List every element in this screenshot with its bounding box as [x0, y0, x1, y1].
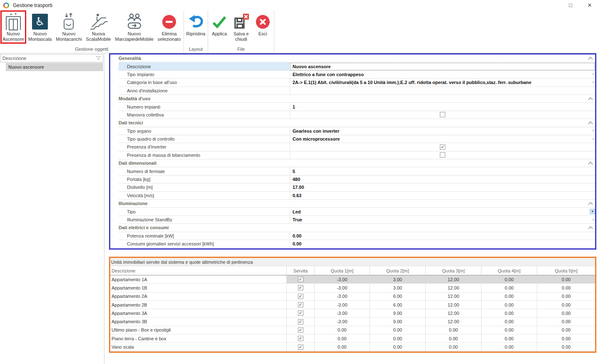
units-cell-quota[interactable]: 12.00 [426, 317, 481, 326]
property-row[interactable]: DescrizioneNuovo ascensore [110, 62, 595, 70]
units-cell-quota[interactable]: 0.00 [315, 343, 370, 351]
collapse-chevron-icon[interactable] [588, 161, 593, 165]
units-cell-quota[interactable]: 3.00 [370, 284, 426, 292]
units-column-header[interactable]: Quota 5[m] [537, 266, 595, 275]
units-cell-descrizione[interactable]: Appartamento 2A [110, 292, 287, 301]
units-cell-quota[interactable]: -3.00 [315, 284, 370, 292]
dropdown-arrow-icon[interactable]: ▾ [590, 209, 595, 214]
collapse-chevron-icon[interactable] [588, 97, 593, 100]
units-cell-quota[interactable]: 0.00 [481, 309, 537, 317]
toolbar-button-escalator[interactable]: Nuova ScalaMobile [84, 11, 113, 42]
units-cell-quota[interactable]: -3.00 [315, 292, 370, 301]
property-value[interactable]: 2A-> E.1(1) Abit. civili/rurali(da 5 a 1… [290, 79, 595, 87]
property-value[interactable]: 17.00 [290, 183, 595, 191]
dropdown-arrow-icon[interactable]: ▾ [592, 72, 594, 76]
property-value[interactable]: 5 [290, 167, 595, 175]
units-cell-quota[interactable]: -3.00 [315, 275, 370, 284]
collapse-chevron-icon[interactable] [588, 202, 593, 205]
property-row[interactable]: Numero di fermate5 [110, 167, 595, 175]
units-cell-servita[interactable]: ✓ [287, 275, 315, 284]
units-cell-descrizione[interactable]: Ultimo piano - Box e ripostigli [110, 326, 287, 334]
toolbar-button-stairlift[interactable]: ♿Nuovo Montascala [26, 11, 54, 42]
units-cell-servita[interactable]: ✓ [287, 284, 315, 292]
units-column-header[interactable]: Quota 3[m] [426, 266, 481, 275]
units-cell-quota[interactable]: -3.00 [315, 309, 370, 317]
toolbar-button-elevator[interactable]: Nuovo Ascensore [0, 11, 26, 42]
property-row[interactable]: TipoLed▾ [110, 208, 595, 215]
units-column-header[interactable]: Quota 4[m] [481, 266, 537, 275]
units-cell-quota[interactable]: 0.00 [481, 301, 537, 309]
units-cell-quota[interactable]: 0.00 [481, 284, 537, 292]
units-cell-quota[interactable]: 0.00 [537, 301, 595, 309]
close-button[interactable]: × [583, 0, 596, 10]
property-value[interactable]: Gearless con inverter▾ [290, 127, 595, 135]
property-value[interactable] [290, 151, 595, 159]
units-column-header[interactable]: Descrizione [110, 266, 287, 275]
units-cell-quota[interactable]: 6.00 [370, 301, 426, 309]
checkbox-checked[interactable]: ✓ [298, 319, 303, 324]
property-value[interactable]: Con microprocessore▾ [290, 135, 595, 143]
units-cell-descrizione[interactable]: Appartamento 2B [110, 301, 287, 309]
checkbox-unchecked[interactable] [440, 112, 445, 117]
checkbox-checked[interactable]: ✓ [298, 277, 303, 282]
property-value[interactable]: Nuovo ascensore [290, 62, 595, 70]
collapse-chevron-icon[interactable] [588, 57, 593, 60]
units-cell-quota[interactable]: 12.00 [426, 292, 481, 301]
toolbar-button-save-close[interactable]: Salva e chiudi [230, 11, 252, 42]
checkbox-checked[interactable]: ✓ [298, 285, 303, 290]
property-value[interactable]: True▾ [290, 216, 595, 224]
toolbar-button-moving-walkway[interactable]: Nuovo MarciapiedeMobile [113, 11, 156, 42]
units-cell-descrizione[interactable]: Appartamento 1B [110, 284, 287, 292]
property-value[interactable] [290, 111, 595, 119]
property-row[interactable]: Portata [kg]480 [110, 176, 595, 183]
sidebar-item[interactable]: Nuovo ascensore [6, 63, 103, 71]
property-value[interactable]: 70.0 [290, 248, 595, 250]
property-row[interactable]: Manovra collettiva [110, 111, 595, 119]
units-cell-quota[interactable]: 0.00 [537, 326, 595, 334]
property-value[interactable]: Led▾ [290, 208, 595, 215]
units-cell-quota[interactable]: 0.00 [426, 326, 481, 334]
units-column-header[interactable]: Quota 1[m] [315, 266, 370, 275]
units-cell-quota[interactable]: 0.00 [481, 292, 537, 301]
checkbox-checked[interactable]: ✓ [298, 336, 303, 341]
collapse-chevron-icon[interactable] [588, 226, 593, 229]
units-cell-quota[interactable]: 9.00 [370, 317, 426, 326]
toolbar-button-exit[interactable]: Esci [252, 11, 273, 37]
units-cell-quota[interactable]: 0.00 [537, 343, 595, 351]
toolbar-button-undo[interactable]: Ripristina [184, 11, 208, 37]
units-cell-quota[interactable]: 0.00 [481, 334, 537, 343]
checkbox-checked[interactable]: ✓ [298, 310, 303, 316]
property-row[interactable]: Presenza d'inverter✓ [110, 143, 595, 151]
property-row[interactable]: Categoria in base all'uso2A-> E.1(1) Abi… [110, 79, 595, 87]
units-cell-quota[interactable]: 6.00 [370, 292, 426, 301]
dropdown-arrow-icon[interactable]: ▾ [592, 81, 594, 84]
units-cell-quota[interactable]: 0.00 [370, 343, 426, 351]
property-row[interactable]: Anno d'installazione [110, 87, 595, 95]
property-value[interactable]: 1 [290, 103, 595, 111]
checkbox-checked[interactable]: ✓ [298, 327, 303, 333]
units-cell-descrizione[interactable]: Appartamento 3B [110, 317, 287, 326]
units-cell-quota[interactable]: 0.00 [537, 292, 595, 301]
units-cell-quota[interactable]: 0.00 [537, 317, 595, 326]
units-cell-quota[interactable]: 0.00 [537, 284, 595, 292]
property-value[interactable]: 0.00 [290, 232, 595, 240]
property-row[interactable]: Numero impianti1 [110, 103, 595, 111]
units-cell-quota[interactable]: 0.00 [370, 326, 426, 334]
units-cell-servita[interactable]: ✓ [287, 343, 315, 351]
units-cell-quota[interactable]: 0.00 [537, 309, 595, 317]
units-cell-quota[interactable]: -3.00 [315, 317, 370, 326]
dropdown-arrow-icon[interactable]: ▾ [592, 137, 594, 141]
units-cell-quota[interactable]: -3.00 [315, 301, 370, 309]
property-value[interactable] [290, 87, 595, 95]
units-cell-quota[interactable]: 0.00 [426, 334, 481, 343]
dropdown-arrow-icon[interactable]: ▾ [592, 218, 594, 222]
units-cell-servita[interactable]: ✓ [287, 334, 315, 343]
property-row[interactable]: Tipo arganoGearless con inverter▾ [110, 127, 595, 135]
units-cell-quota[interactable]: 0.00 [481, 326, 537, 334]
toolbar-button-goods-lift[interactable]: Nuovo Montacarichi [54, 11, 84, 42]
property-row[interactable]: Illuminazione StandByTrue▾ [110, 216, 595, 224]
units-cell-descrizione[interactable]: Piano terra - Cantine e box [110, 334, 287, 343]
property-row[interactable]: Velocità [m/s]0.63 [110, 192, 595, 200]
units-column-header[interactable]: Quota 2[m] [370, 266, 426, 275]
property-value[interactable]: 0.00 [290, 240, 595, 248]
